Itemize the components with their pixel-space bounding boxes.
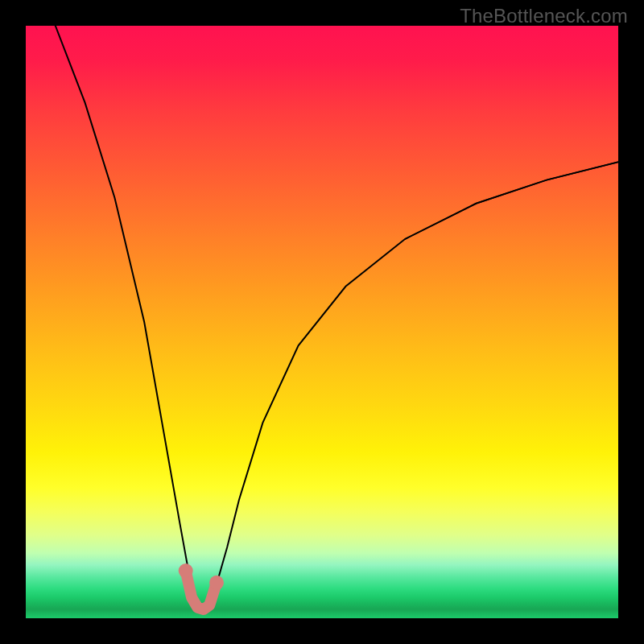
chart-frame: TheBottleneck.com (0, 0, 644, 644)
optimal-range-dot (179, 564, 193, 578)
brand-watermark: TheBottleneck.com (460, 5, 628, 27)
optimal-range-dot (209, 576, 224, 590)
plot-area (26, 26, 618, 618)
optimal-range-stroke (186, 571, 217, 609)
bottleneck-curve-svg (26, 26, 618, 618)
bottleneck-curve-right (405, 162, 618, 239)
bottleneck-curve (26, 26, 618, 613)
